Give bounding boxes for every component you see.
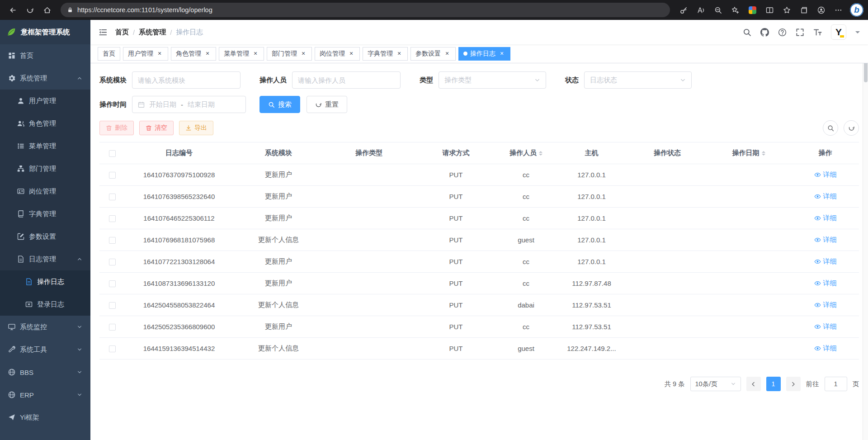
row-checkbox[interactable] xyxy=(109,345,116,352)
extension-icon[interactable] xyxy=(744,2,760,18)
operator-input[interactable] xyxy=(292,71,401,89)
tab-oper-log[interactable]: 操作日志× xyxy=(458,47,510,61)
sidebar-item-post-mgmt[interactable]: 岗位管理 xyxy=(0,180,90,203)
fullscreen-icon[interactable] xyxy=(796,28,804,37)
row-checkbox[interactable] xyxy=(109,215,116,222)
date-range-picker[interactable]: 开始日期 - 结束日期 xyxy=(132,96,246,113)
breadcrumb-item[interactable]: 系统管理 xyxy=(139,28,166,37)
row-checkbox[interactable] xyxy=(109,302,116,309)
sidebar-item-role-mgmt[interactable]: 角色管理 xyxy=(0,112,90,135)
tab-param-settings[interactable]: 参数设置× xyxy=(410,47,456,61)
column-header[interactable]: 操作日期 xyxy=(706,142,792,164)
sidebar-item-oper-log[interactable]: 操作日志 xyxy=(0,270,90,293)
split-screen-icon[interactable] xyxy=(761,2,778,18)
reset-button[interactable]: 重置 xyxy=(307,96,347,113)
user-avatar[interactable]: Y xyxy=(831,24,846,40)
refresh-table-button[interactable] xyxy=(844,120,859,136)
sort-icon[interactable] xyxy=(762,149,765,157)
detail-link[interactable]: 详细 xyxy=(814,279,837,288)
search-icon[interactable] xyxy=(743,28,751,37)
next-page-button[interactable] xyxy=(786,377,801,391)
sidebar-item-home[interactable]: 首页 xyxy=(0,44,90,67)
bing-chat-icon[interactable]: b xyxy=(850,3,863,17)
font-size-icon[interactable] xyxy=(813,28,822,37)
detail-link[interactable]: 详细 xyxy=(814,236,837,244)
detail-link[interactable]: 详细 xyxy=(814,344,837,353)
user-menu-caret-icon[interactable] xyxy=(855,31,860,36)
sidebar-item-log-mgmt[interactable]: 日志管理 xyxy=(0,248,90,270)
page-number-button[interactable]: 1 xyxy=(766,377,781,391)
sidebar-toggle-icon[interactable] xyxy=(99,28,107,37)
sidebar-item-system-tools[interactable]: 系统工具 xyxy=(0,338,90,361)
goto-page-input[interactable] xyxy=(825,377,847,391)
sidebar-item-login-log[interactable]: 登录日志 xyxy=(0,293,90,316)
address-bar[interactable]: https://ccnetcore.com:1101/system/log/op… xyxy=(61,3,670,17)
sidebar-item-dept-mgmt[interactable]: 部门管理 xyxy=(0,157,90,180)
export-button[interactable]: 导出 xyxy=(179,121,213,135)
status-select[interactable]: 日志状态 xyxy=(584,71,692,89)
help-icon[interactable] xyxy=(778,28,787,37)
browser-back-button[interactable] xyxy=(5,2,21,18)
add-favorite-icon[interactable] xyxy=(727,2,743,18)
sidebar-item-erp[interactable]: ERP xyxy=(0,383,90,406)
tab-close-icon[interactable]: × xyxy=(348,50,355,57)
tab-close-icon[interactable]: × xyxy=(396,50,403,57)
sidebar-item-bbs[interactable]: BBS xyxy=(0,361,90,383)
page-size-select[interactable]: 10条/页 xyxy=(690,377,741,391)
favorites-icon[interactable] xyxy=(778,2,795,18)
detail-link[interactable]: 详细 xyxy=(814,301,837,309)
detail-link[interactable]: 详细 xyxy=(814,214,837,222)
detail-link[interactable]: 详细 xyxy=(814,192,837,201)
browser-home-button[interactable] xyxy=(39,2,55,18)
tab-close-icon[interactable]: × xyxy=(156,50,163,57)
tab-close-icon[interactable]: × xyxy=(252,50,259,57)
breadcrumb-item[interactable]: 首页 xyxy=(115,28,129,37)
toggle-search-button[interactable] xyxy=(823,120,838,136)
sidebar-item-system-monitor[interactable]: 系统监控 xyxy=(0,316,90,338)
row-checkbox[interactable] xyxy=(109,172,116,179)
tab-dept-mgmt[interactable]: 部门管理× xyxy=(267,47,312,61)
row-checkbox[interactable] xyxy=(109,237,116,244)
app-logo[interactable]: 意框架管理系统 xyxy=(0,20,90,44)
github-icon[interactable] xyxy=(760,28,769,37)
sidebar-item-yi-framework[interactable]: Yi框架 xyxy=(0,406,90,429)
tab-close-icon[interactable]: × xyxy=(300,50,307,57)
type-select[interactable]: 操作类型 xyxy=(439,71,546,89)
browser-profile-icon[interactable] xyxy=(813,2,829,18)
delete-button[interactable]: 删除 xyxy=(99,121,134,135)
clear-button[interactable]: 清空 xyxy=(139,121,174,135)
read-aloud-icon[interactable] xyxy=(693,2,709,18)
tab-dict-mgmt[interactable]: 字典管理× xyxy=(363,47,408,61)
sidebar-item-menu-mgmt[interactable]: 菜单管理 xyxy=(0,135,90,157)
module-input[interactable] xyxy=(132,71,241,89)
detail-link[interactable]: 详细 xyxy=(814,170,837,179)
tab-close-icon[interactable]: × xyxy=(443,50,451,57)
sidebar-item-dict-mgmt[interactable]: 字典管理 xyxy=(0,203,90,225)
password-key-icon[interactable] xyxy=(675,2,692,18)
tab-user-mgmt[interactable]: 用户管理× xyxy=(123,47,168,61)
select-all-checkbox[interactable] xyxy=(109,150,116,157)
sidebar-item-user-mgmt[interactable]: 用户管理 xyxy=(0,90,90,112)
row-checkbox[interactable] xyxy=(109,324,116,331)
browser-refresh-button[interactable] xyxy=(22,2,38,18)
tab-menu-mgmt[interactable]: 菜单管理× xyxy=(219,47,264,61)
detail-link[interactable]: 详细 xyxy=(814,322,837,331)
prev-page-button[interactable] xyxy=(746,377,761,391)
tab-home[interactable]: 首页 xyxy=(98,47,120,61)
row-checkbox[interactable] xyxy=(109,194,116,200)
collections-icon[interactable] xyxy=(796,2,812,18)
sort-icon[interactable] xyxy=(539,149,542,157)
zoom-out-icon[interactable] xyxy=(710,2,726,18)
search-button[interactable]: 搜索 xyxy=(259,96,300,113)
column-header[interactable]: 操作人员 xyxy=(498,142,554,164)
row-checkbox[interactable] xyxy=(109,259,116,265)
sidebar-item-system-mgmt[interactable]: 系统管理 xyxy=(0,67,90,90)
page-scrollbar[interactable] xyxy=(863,20,868,440)
tab-role-mgmt[interactable]: 角色管理× xyxy=(171,47,216,61)
tab-close-icon[interactable]: × xyxy=(204,50,211,57)
detail-link[interactable]: 详细 xyxy=(814,257,837,266)
row-checkbox[interactable] xyxy=(109,280,116,287)
tab-close-icon[interactable]: × xyxy=(498,50,505,57)
tab-post-mgmt[interactable]: 岗位管理× xyxy=(315,47,360,61)
sidebar-item-param-settings[interactable]: 参数设置 xyxy=(0,225,90,248)
